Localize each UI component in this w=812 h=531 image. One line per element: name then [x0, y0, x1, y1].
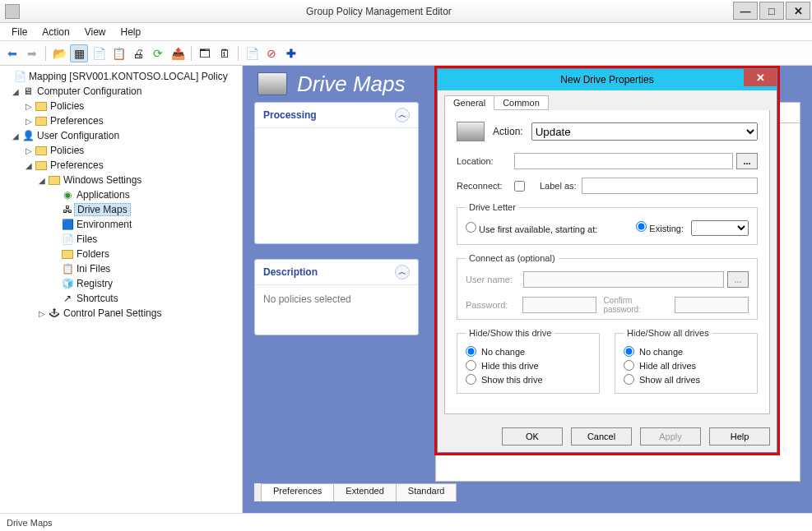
- tree-cc-policies[interactable]: ▷ Policies: [0, 99, 242, 113]
- menu-file[interactable]: File: [5, 25, 34, 39]
- stop-button[interactable]: ⊘: [262, 44, 281, 62]
- dialog-tabs: General Common: [438, 90, 777, 110]
- use-first-label: Use first available, starting at:: [479, 224, 597, 234]
- tree-environment[interactable]: 🟦 Environment: [0, 217, 242, 232]
- main-content: 📄 Mapping [SRV001.KONTOSO.LOCAL] Policy …: [0, 66, 812, 513]
- folder-icon: [48, 173, 61, 187]
- use-first-radio[interactable]: [466, 222, 476, 233]
- properties-button[interactable]: 🗔: [196, 44, 214, 62]
- dialog-close-button[interactable]: ✕: [744, 69, 777, 86]
- tree-uc-policies[interactable]: ▷ Policies: [0, 143, 242, 158]
- chevron-up-icon[interactable]: ︿: [395, 265, 410, 279]
- filter-button[interactable]: 🗓: [216, 44, 234, 62]
- browse-button[interactable]: ...: [736, 153, 758, 169]
- description-panel-header[interactable]: Description ︿: [255, 260, 418, 285]
- existing-radio[interactable]: [636, 221, 647, 232]
- no-change-all-radio[interactable]: [624, 346, 634, 357]
- ok-button[interactable]: OK: [502, 427, 563, 446]
- tree-pane[interactable]: 📄 Mapping [SRV001.KONTOSO.LOCAL] Policy …: [0, 66, 243, 513]
- location-input[interactable]: [514, 153, 733, 169]
- minimize-button[interactable]: —: [733, 2, 758, 20]
- expander-icon[interactable]: ◢: [10, 87, 21, 96]
- tab-extended[interactable]: Extended: [333, 483, 396, 501]
- new-button[interactable]: ✚: [282, 44, 300, 62]
- drive-maps-icon: 🖧: [61, 203, 74, 216]
- tree-computer-config[interactable]: ◢ 🖥 Computer Configuration: [0, 84, 242, 99]
- menu-view[interactable]: View: [78, 25, 113, 39]
- drive-letter-select[interactable]: [691, 220, 749, 236]
- tree-cc-preferences[interactable]: ▷ Preferences: [0, 113, 242, 128]
- tab-general[interactable]: General: [444, 95, 494, 110]
- tree-drive-maps[interactable]: 🖧 Drive Maps: [0, 202, 242, 217]
- tree-ini-files[interactable]: 📋 Ini Files: [0, 261, 242, 276]
- cancel-button[interactable]: Cancel: [571, 427, 632, 446]
- expander-icon[interactable]: ◢: [36, 176, 48, 185]
- print-button[interactable]: 🖨: [129, 44, 147, 62]
- expander-icon[interactable]: ▷: [36, 309, 48, 318]
- tab-standard[interactable]: Standard: [396, 483, 457, 501]
- tab-preferences[interactable]: Preferences: [261, 483, 334, 501]
- help-button[interactable]: Help: [709, 427, 770, 446]
- expander-icon[interactable]: ▷: [23, 146, 35, 155]
- tree-windows-settings[interactable]: ◢ Windows Settings: [0, 173, 242, 187]
- menu-action[interactable]: Action: [35, 25, 76, 39]
- show-this-radio[interactable]: [466, 374, 476, 385]
- description-panel-body: No policies selected: [255, 285, 418, 335]
- username-browse-button: ...: [727, 271, 749, 288]
- connect-as-legend: Connect as (optional): [466, 253, 559, 263]
- detail-tabs: Preferences Extended Standard: [254, 483, 456, 501]
- expander-icon[interactable]: ◢: [10, 132, 21, 141]
- enable-button[interactable]: 📄: [243, 44, 261, 62]
- chevron-up-icon[interactable]: ︿: [395, 108, 410, 122]
- show-all-radio[interactable]: [624, 374, 634, 385]
- maximize-button[interactable]: □: [759, 2, 784, 20]
- reconnect-checkbox[interactable]: [514, 181, 525, 192]
- expander-icon[interactable]: ▷: [23, 102, 35, 111]
- back-button[interactable]: ⬅: [3, 44, 21, 62]
- processing-panel-header[interactable]: Processing ︿: [255, 103, 418, 128]
- panel-title: Description: [263, 266, 318, 278]
- hide-all-radio[interactable]: [624, 360, 634, 371]
- tree-applications[interactable]: ◉ Applications: [0, 187, 242, 202]
- tree-root[interactable]: 📄 Mapping [SRV001.KONTOSO.LOCAL] Policy: [0, 69, 242, 84]
- label-as-label: Label as:: [540, 181, 577, 191]
- tree-label: Drive Maps: [74, 203, 131, 216]
- menu-bar: File Action View Help: [0, 23, 812, 41]
- tab-common[interactable]: Common: [494, 95, 549, 110]
- refresh-button[interactable]: ⟳: [149, 44, 167, 62]
- up-button[interactable]: 📂: [50, 44, 68, 62]
- hide-this-radio[interactable]: [466, 360, 476, 371]
- connect-as-group: Connect as (optional) User name: ... Pas…: [457, 253, 758, 320]
- copy-button[interactable]: 📄: [90, 44, 108, 62]
- close-button[interactable]: ✕: [786, 2, 810, 20]
- tree-shortcuts[interactable]: ↗ Shortcuts: [0, 291, 242, 306]
- radio-label: Hide all drives: [639, 361, 696, 371]
- dialog-title: New Drive Properties: [560, 74, 653, 85]
- tree-label: Policies: [50, 145, 84, 156]
- export-button[interactable]: 📤: [169, 44, 187, 62]
- tree-registry[interactable]: 🧊 Registry: [0, 276, 242, 291]
- label-as-input[interactable]: [582, 178, 758, 194]
- tree-uc-preferences[interactable]: ◢ Preferences: [0, 158, 242, 173]
- tree-folders[interactable]: Folders: [0, 247, 242, 261]
- dialog-body: Action: Update Location: ... Reconnect:: [444, 110, 770, 414]
- paste-button[interactable]: 📋: [109, 44, 128, 62]
- policy-icon: 📄: [13, 70, 26, 83]
- tree-files[interactable]: 📄 Files: [0, 232, 242, 247]
- expander-icon[interactable]: ▷: [23, 117, 35, 126]
- new-drive-properties-dialog: New Drive Properties ✕ General Common Ac…: [437, 68, 777, 453]
- folder-icon: [35, 114, 48, 127]
- no-change-this-radio[interactable]: [466, 346, 476, 357]
- reconnect-label: Reconnect:: [457, 181, 514, 191]
- dialog-buttons: OK Cancel Apply Help: [438, 421, 777, 452]
- radio-label: Show this drive: [481, 375, 543, 385]
- show-hide-tree-button[interactable]: ▦: [70, 44, 88, 62]
- tree-control-panel[interactable]: ▷ 🕹 Control Panel Settings: [0, 306, 242, 321]
- menu-help[interactable]: Help: [114, 25, 148, 39]
- action-select[interactable]: Update: [531, 122, 758, 141]
- tree-user-config[interactable]: ◢ 👤 User Configuration: [0, 128, 242, 143]
- forward-button[interactable]: ➡: [23, 44, 41, 62]
- radio-label: No change: [481, 347, 525, 357]
- expander-icon[interactable]: ◢: [23, 161, 35, 170]
- dialog-title-bar[interactable]: New Drive Properties ✕: [438, 69, 777, 90]
